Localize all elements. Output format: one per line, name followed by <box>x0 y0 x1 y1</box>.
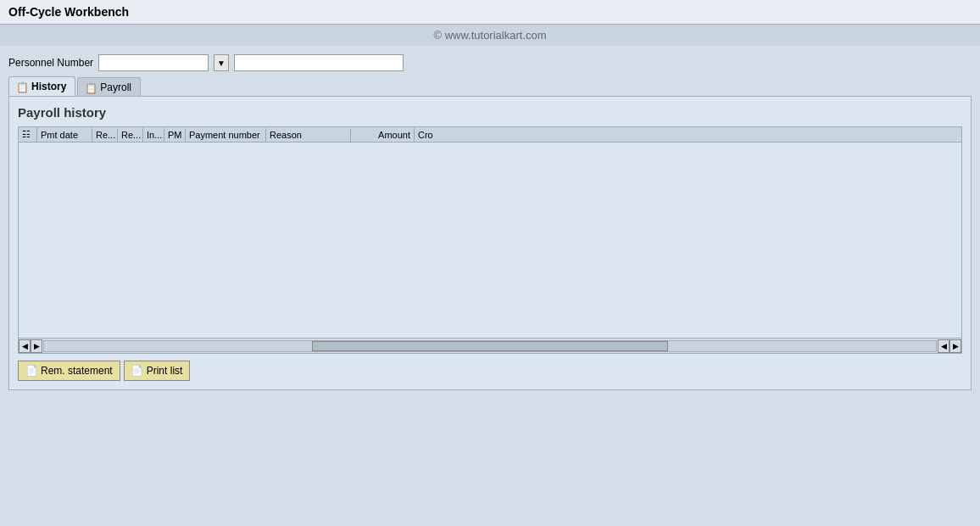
main-panel: Payroll history ☷ Pmt date Re... Re... I… <box>8 96 972 390</box>
tab-payroll-label: Payroll <box>100 81 131 93</box>
personnel-number-input[interactable] <box>98 54 209 71</box>
col-header-pmt-date: Pmt date <box>37 128 92 142</box>
watermark-text: © www.tutorialkart.com <box>433 29 546 42</box>
personnel-row: Personnel Number ▼ <box>0 46 980 76</box>
print-list-label: Print list <box>147 365 183 377</box>
scrollbar-thumb[interactable] <box>312 341 669 351</box>
rem-statement-label: Rem. statement <box>41 365 113 377</box>
col-header-amount: Amount <box>351 128 415 142</box>
row-select-icon: ☷ <box>22 129 31 139</box>
col-header-reason: Reason <box>266 128 351 142</box>
scroll-right-left-button[interactable]: ◀ <box>938 339 949 353</box>
col-header-icon: ☷ <box>19 127 37 142</box>
horizontal-scrollbar: ◀ ▶ ◀ ▶ <box>19 338 961 353</box>
col-header-pm: PM <box>164 128 186 142</box>
personnel-label: Personnel Number <box>8 57 93 69</box>
payroll-tab-icon: 📋 <box>85 82 97 92</box>
scroll-left-button[interactable]: ◀ <box>19 339 31 353</box>
tab-history-label: History <box>31 81 66 92</box>
scrollbar-track[interactable] <box>43 340 937 352</box>
scroll-right-button[interactable]: ▶ <box>31 339 42 353</box>
col-header-payment-number: Payment number <box>186 128 266 142</box>
document-icon: 📄 <box>25 365 37 377</box>
tab-history[interactable]: 📋 History <box>8 76 75 96</box>
print-icon: 📄 <box>131 365 143 377</box>
scroll-right-right-button[interactable]: ▶ <box>949 339 961 353</box>
personnel-lookup-button[interactable]: ▼ <box>214 54 229 71</box>
title-bar: Off-Cycle Workbench <box>0 0 980 25</box>
personnel-extra-input[interactable] <box>234 54 404 71</box>
col-header-in: In... <box>143 128 164 142</box>
app-title: Off-Cycle Workbench <box>8 5 129 19</box>
col-header-re2: Re... <box>118 128 143 142</box>
print-list-button[interactable]: 📄 Print list <box>124 361 191 381</box>
table-header: ☷ Pmt date Re... Re... In... PM Payment … <box>19 127 961 143</box>
rem-statement-button[interactable]: 📄 Rem. statement <box>18 361 120 381</box>
col-header-re1: Re... <box>92 128 118 142</box>
buttons-row: 📄 Rem. statement 📄 Print list <box>18 361 962 381</box>
watermark-bar: © www.tutorialkart.com <box>0 25 980 46</box>
col-header-cro: Cro <box>415 128 440 142</box>
section-title: Payroll history <box>18 105 962 120</box>
payroll-history-table: ☷ Pmt date Re... Re... In... PM Payment … <box>18 126 962 354</box>
history-tab-icon: 📋 <box>16 81 28 92</box>
scroll-right-group: ◀ ▶ <box>938 339 961 353</box>
tabs-row: 📋 History 📋 Payroll <box>0 76 980 96</box>
tab-payroll[interactable]: 📋 Payroll <box>77 77 141 96</box>
table-body <box>19 143 961 338</box>
